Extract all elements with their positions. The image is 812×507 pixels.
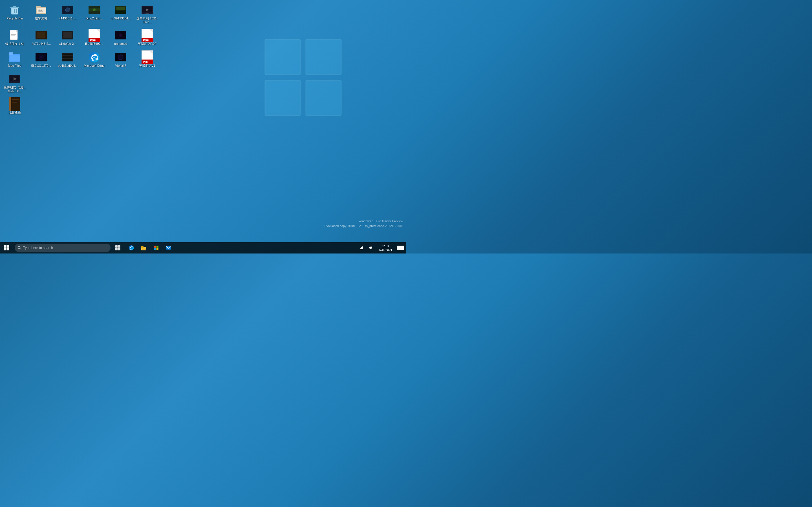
svg-rect-87 [156,245,158,247]
icon-row-3: Mac Files 582e31e279... [1,49,160,70]
icon-row-4: 银博朋友_电影_高清108... [1,70,28,96]
icon-dmg[interactable]: Dmg2dEm... [82,2,107,26]
icon-4e77[interactable]: 4e77e446-2... [29,27,54,48]
icon-be467-label: be467ad9bif... [58,64,78,68]
icon-582c-image [36,52,47,63]
svg-rect-33 [37,33,45,38]
icon-4e77-image [36,30,47,41]
svg-point-52 [40,56,42,58]
icon-book-label: 视频成员 [8,111,21,115]
icon-pdf-cn[interactable]: PDF 英博朋克PDF [135,27,160,48]
icon-video-cn[interactable]: 银博朋友_电影_高清108... [2,71,28,95]
clock-time: 1:18 [382,244,389,248]
icon-book[interactable]: 视频成员 [2,96,28,117]
svg-rect-85 [142,249,146,249]
taskbar-edge[interactable] [125,242,138,253]
icon-41436-image [62,4,73,15]
svg-text:素材: 素材 [38,9,44,12]
tray-volume[interactable] [366,242,374,253]
taskbar-mail[interactable] [162,242,175,253]
taskbar-file-explorer[interactable] [138,242,150,253]
icon-u391-image [115,4,126,15]
icon-l5e4-label: l5e48f6d92... [85,42,103,46]
icon-mac-label: Mac Files [8,64,21,68]
recycle-bin-label: Recycle Bin [6,17,23,20]
icon-screen[interactable]: 屏幕录制 2021-01-2... [135,2,160,26]
icon-l5e4[interactable]: PDF l5e48f6d92... [82,27,107,48]
notification-button[interactable] [396,242,404,253]
svg-rect-78 [118,245,120,247]
svg-rect-0 [265,40,300,75]
svg-rect-25 [146,13,149,13]
icon-41436[interactable]: 41436311-... [55,2,80,26]
start-button[interactable] [0,242,13,253]
icon-582c[interactable]: 582e31e279... [29,49,54,70]
svg-rect-74 [7,248,9,250]
icon-vlb4-label: Vlb4xk7 [115,64,126,68]
svg-text:PDF: PDF [90,39,96,42]
icon-dmg-image [89,4,100,15]
svg-rect-83 [141,246,144,247]
taskbar: Type here to search [0,242,406,253]
icon-u391[interactable]: u=39193384... [108,2,133,26]
svg-rect-95 [397,245,404,250]
icon-a1f-label: a1fdefee-2... [59,42,77,46]
icon-cn-v1-image: PDF [142,52,153,63]
svg-rect-80 [118,248,120,250]
icon-cn-v1[interactable]: PDF 英博朋克V1 [135,49,160,70]
taskbar-store[interactable] [150,242,162,253]
svg-rect-11 [36,6,41,8]
icon-screen-label: 屏幕录制 2021-01-2... [136,17,159,24]
svg-rect-77 [115,245,117,247]
icon-mac[interactable]: Mac Files [2,49,28,70]
icon-pdf-cn-label: 英博朋克PDF [138,42,156,46]
icon-edge[interactable]: Microsoft Edge [82,49,107,70]
icon-dmg-label: Dmg2dEm... [86,17,103,20]
svg-rect-48 [9,52,13,55]
icon-book-image [9,99,20,110]
svg-rect-92 [361,247,362,249]
icon-video-cn-label: 银博朋友_电影_高清108... [3,86,26,93]
taskbar-search[interactable]: Type here to search [15,244,110,252]
tray-network[interactable] [357,242,365,253]
svg-rect-35 [63,32,72,38]
icon-a1f[interactable]: a1fdefee-2... [55,27,80,48]
svg-point-42 [120,34,121,36]
svg-rect-2 [265,80,300,115]
svg-point-75 [18,246,20,249]
svg-line-76 [20,248,21,249]
icon-vlb4[interactable]: Vlb4xk7 [108,49,133,70]
icon-41436-label: 41436311-... [59,17,77,20]
taskbar-clock[interactable]: 1:18 1/31/2021 [375,242,395,253]
icon-unnamed[interactable]: unnamed [108,27,133,48]
icon-vlb4-image [115,52,126,63]
icon-4e77-label: 4e77e446-2... [32,42,51,46]
icon-a1f-image [62,30,73,41]
icon-edge-image [89,52,100,63]
os-watermark: Windows 10 Pro Insider Preview Evaluatio… [324,219,403,228]
search-placeholder: Type here to search [23,246,53,250]
icon-mac-image [9,52,20,63]
windows-logo-watermark [262,37,344,118]
icon-l5e4-image: PDF [89,30,100,41]
svg-point-19 [93,8,96,11]
recycle-bin-image [9,4,20,15]
svg-rect-72 [7,245,9,247]
task-view-button[interactable] [112,242,124,253]
icon-chinese-txt-label: 银博朋友文材 [5,42,24,46]
svg-point-59 [118,55,123,60]
recycle-bin-icon[interactable]: Recycle Bin [2,2,28,26]
icon-chinese1[interactable]: 素材 银客素材 [29,2,54,26]
svg-rect-90 [166,246,171,249]
icon-be467[interactable]: be467ad9bif... [55,49,80,70]
svg-rect-55 [62,55,73,56]
desktop: Windows 10 Pro Insider Preview Evaluatio… [0,0,406,242]
pinned-apps [125,242,175,253]
icon-be467-image [62,52,73,63]
icon-chinese-txt[interactable]: 银博朋友文材 [2,27,28,48]
svg-text:PDF: PDF [143,39,149,42]
icon-row-2: 银博朋友文材 4e77e446-2... [1,27,160,48]
desktop-icons: Recycle Bin 素材 银客素材 [1,1,160,117]
icon-582c-label: 582e31e279... [31,64,51,68]
svg-rect-79 [115,248,117,250]
